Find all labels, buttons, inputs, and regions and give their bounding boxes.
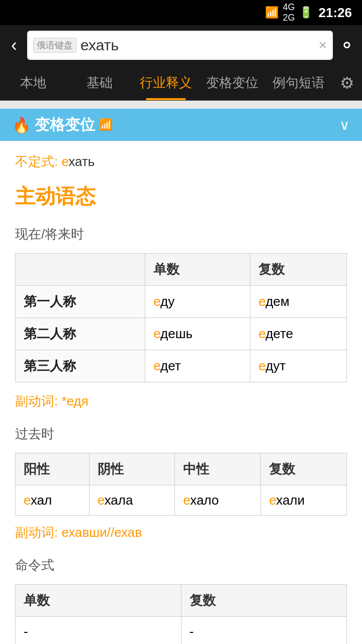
past-cell: ехали: [261, 486, 347, 516]
person-cell: 第一人称: [16, 286, 145, 318]
settings-button[interactable]: ⚙: [332, 73, 362, 93]
past-col-plur: 复数: [261, 453, 347, 486]
gerund-prefix: *: [61, 393, 66, 409]
imperative-label: 命令式: [15, 556, 347, 574]
past-gerund-accent1: е: [61, 525, 68, 540]
singular-cell: едешь: [145, 318, 250, 350]
gerund-past: 副动词: ехавши//ехав: [15, 524, 347, 541]
past-gerund-label: 副动词:: [15, 525, 58, 540]
section-header-title: 🔥 变格变位 📶: [12, 115, 113, 135]
present-tense-table: 单数 复数 第一人称едуедем第二人称едешьедете第三人称едете…: [15, 253, 347, 382]
separator: [0, 101, 362, 109]
fire-icon: 🔥: [12, 116, 31, 134]
search-button[interactable]: ⚬: [339, 34, 355, 56]
past-gerund-accent2: е: [114, 525, 121, 540]
past-gerund-rest1: хавши//: [68, 525, 114, 540]
imp-col-plural: 复数: [181, 585, 347, 617]
past-col-masc: 阳性: [16, 453, 89, 486]
gerund-accent: е: [67, 393, 74, 409]
voice-title: 主动语态: [15, 183, 347, 210]
plural-cell: едем: [250, 286, 347, 318]
col-header-plural: 复数: [250, 254, 347, 286]
tab-industry[interactable]: 行业释义: [133, 65, 199, 100]
imp-col-singular: 单数: [16, 585, 182, 617]
past-cell: ехала: [89, 486, 175, 516]
plural-cell: едете: [250, 318, 347, 350]
col-header-person: [16, 254, 145, 286]
status-bar: 📶 4G2G 🔋 21:26: [0, 0, 362, 25]
past-tense-table: 阳性 阴性 中性 复数 ехалехалаехалоехали: [15, 453, 347, 516]
section-header[interactable]: 🔥 变格变位 📶 ∨: [0, 109, 362, 141]
tab-local[interactable]: 本地: [0, 65, 66, 100]
past-gerund-rest2: хав: [121, 525, 142, 540]
table-row: 第一人称едуедем: [16, 286, 347, 318]
header-wifi-icon: 📶: [99, 118, 113, 131]
status-icons: 📶 4G2G 🔋: [265, 2, 312, 23]
gerund-present: 副动词: *едя: [15, 392, 347, 410]
signal-text: 4G2G: [283, 2, 295, 23]
past-col-neut: 中性: [175, 453, 261, 486]
plural-cell: едут: [250, 350, 347, 382]
main-content: 不定式: ехать 主动语态 现在/将来时 单数 复数 第一人称едуедем…: [0, 141, 362, 644]
tab-examples[interactable]: 例句短语: [265, 65, 332, 100]
imp-singular-cell: -: [16, 617, 182, 645]
table-row: --: [16, 617, 347, 645]
past-tense-label: 过去时: [15, 425, 347, 443]
table-row: 第二人称едешьедете: [16, 318, 347, 350]
singular-cell: еду: [145, 286, 250, 318]
battery-icon: 🔋: [299, 6, 313, 19]
past-col-fem: 阴性: [89, 453, 175, 486]
person-cell: 第三人称: [16, 350, 145, 382]
tab-conjugation[interactable]: 变格变位: [199, 65, 265, 100]
infinitive-line: 不定式: ехать: [15, 153, 347, 171]
infinitive-rest: хать: [68, 154, 95, 169]
gerund-rest: дя: [73, 393, 88, 409]
infinitive-accent: е: [61, 154, 68, 169]
chevron-icon[interactable]: ∨: [339, 117, 350, 133]
past-cell: ехало: [175, 486, 261, 516]
search-bar: ‹ 俄语键盘 ехать × ⚬: [0, 25, 362, 65]
tab-basic[interactable]: 基础: [66, 65, 133, 100]
tab-bar: 本地 基础 行业释义 变格变位 例句短语 ⚙: [0, 65, 362, 101]
table-row: ехалехалаехалоехали: [16, 486, 347, 516]
table-row: 第三人称едетедут: [16, 350, 347, 382]
keyboard-label[interactable]: 俄语键盘: [33, 38, 76, 53]
back-button[interactable]: ‹: [7, 35, 21, 56]
imp-plural-cell: -: [181, 617, 347, 645]
past-cell: ехал: [16, 486, 89, 516]
search-value: ехать: [80, 37, 315, 54]
wifi-icon: 📶: [265, 6, 279, 19]
infinitive-label: 不定式:: [15, 154, 58, 169]
col-header-singular: 单数: [145, 254, 250, 286]
status-time: 21:26: [319, 5, 352, 21]
clear-button[interactable]: ×: [319, 37, 327, 53]
gerund-label: 副动词:: [15, 393, 58, 409]
imperative-table: 单数 复数 --: [15, 584, 347, 644]
search-input-container: 俄语键盘 ехать ×: [27, 31, 333, 60]
person-cell: 第二人称: [16, 318, 145, 350]
singular-cell: едет: [145, 350, 250, 382]
settings-icon: ⚙: [340, 73, 354, 93]
present-tense-label: 现在/将来时: [15, 225, 347, 243]
